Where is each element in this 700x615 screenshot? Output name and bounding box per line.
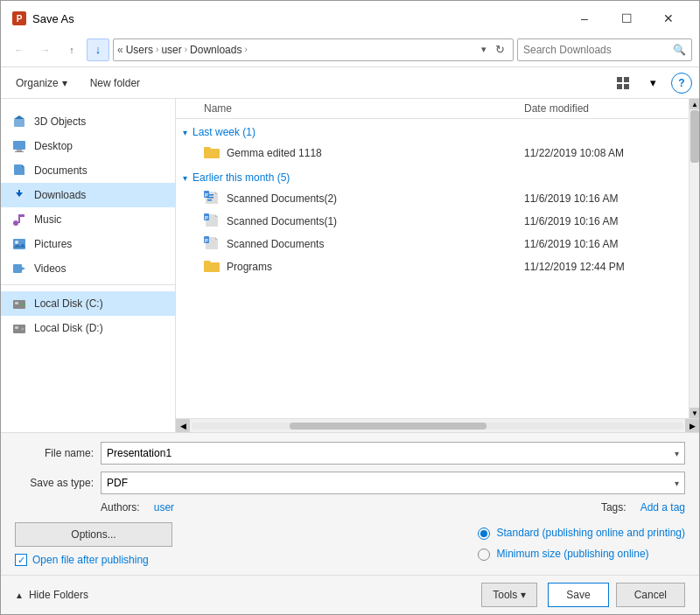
h-scroll-track — [192, 423, 683, 430]
sidebar-item-music[interactable]: Music — [1, 207, 175, 232]
scroll-up-button[interactable]: ▲ — [690, 99, 699, 109]
svg-text:P: P — [205, 238, 208, 243]
action-row: Options... ✓ Open file after publishing … — [15, 522, 685, 566]
vertical-scrollbar[interactable]: ▲ ▼ — [689, 99, 699, 418]
sidebar-item-pictures[interactable]: Pictures — [1, 232, 175, 256]
save-button[interactable]: Save — [548, 583, 608, 607]
search-box[interactable]: 🔍 — [517, 38, 692, 61]
standard-radio-button[interactable] — [478, 528, 490, 540]
svg-rect-23 — [13, 264, 22, 273]
horizontal-scrollbar[interactable]: ◀ ▶ — [176, 418, 699, 432]
current-folder: Downloads — [190, 44, 242, 56]
svg-rect-33 — [215, 194, 218, 204]
svg-rect-10 — [15, 151, 24, 152]
sidebar-item-3d-objects[interactable]: 3D Objects — [1, 109, 175, 134]
options-button[interactable]: Options... — [15, 522, 172, 547]
3d-objects-icon — [11, 114, 27, 129]
svg-rect-9 — [17, 150, 22, 151]
standard-label: Standard (publishing online and printing… — [497, 527, 685, 541]
navigation-bar: ← → ↑ ↓ « Users › user › Downloads › ▾ ↻… — [1, 32, 699, 67]
file-item-scanned2[interactable]: P Scanned Documents(2) 11/6/2019 10:16 A… — [176, 187, 689, 210]
refresh-button[interactable]: ↻ — [490, 40, 509, 59]
open-after-row[interactable]: ✓ Open file after publishing — [15, 554, 446, 566]
sidebar-item-local-c[interactable]: Local Disk (C:) — [1, 291, 175, 316]
downloads-icon: ↓ — [87, 38, 109, 61]
svg-rect-11 — [14, 164, 22, 175]
tools-button[interactable]: Tools ▾ — [481, 583, 537, 607]
scan-icon-0: P — [204, 236, 220, 252]
standard-radio-option[interactable]: Standard (publishing online and printing… — [478, 527, 685, 541]
action-right: Standard (publishing online and printing… — [460, 527, 685, 561]
maximize-button[interactable]: ☐ — [606, 6, 647, 31]
file-list-scroll-area: Name Date modified ▾ Last week (1) — [176, 99, 699, 418]
col-name-header[interactable]: Name — [183, 102, 524, 115]
authors-value[interactable]: user — [154, 501, 174, 514]
file-item-programs[interactable]: Programs 11/12/2019 12:44 PM — [176, 255, 689, 278]
view-toggle-button[interactable] — [612, 72, 634, 94]
h-scroll-left-button[interactable]: ◀ — [176, 419, 190, 433]
navigation-pane: 3D Objects Desktop — [1, 99, 176, 432]
group-earlier-month[interactable]: ▾ Earlier this month (5) — [176, 164, 689, 187]
pictures-icon — [11, 236, 27, 252]
svg-marker-7 — [14, 115, 24, 119]
dialog-footer: ▲ Hide Folders Tools ▾ Save Cancel — [1, 575, 699, 614]
sidebar-item-downloads[interactable]: Downloads — [1, 183, 175, 207]
h-scroll-thumb[interactable] — [290, 423, 486, 430]
bottom-form-area: File name: Presentation1 ▾ Save as type:… — [1, 432, 699, 575]
svg-rect-19 — [18, 214, 24, 217]
search-input[interactable] — [523, 44, 669, 56]
breadcrumb: « Users › user › Downloads › — [117, 44, 478, 56]
scroll-down-button[interactable]: ▼ — [690, 408, 699, 418]
file-list-header: Name Date modified — [176, 99, 689, 119]
local-c-icon — [11, 296, 27, 311]
svg-rect-26 — [15, 302, 18, 304]
file-item-scanned1[interactable]: P Scanned Documents(1) 11/6/2019 10:16 A… — [176, 210, 689, 233]
savetype-dropdown[interactable]: PDF ▾ — [101, 472, 685, 494]
sidebar-item-documents[interactable]: Documents — [1, 158, 175, 183]
filename-label: File name: — [15, 447, 94, 459]
svg-marker-12 — [22, 164, 24, 167]
svg-text:P: P — [205, 192, 208, 198]
forward-button[interactable]: → — [34, 38, 57, 61]
sep3: › — [244, 45, 247, 54]
view-dropdown-button[interactable]: ▾ — [641, 72, 664, 94]
file-item-scanned0[interactable]: P Scanned Documents 11/6/2019 10:16 AM — [176, 233, 689, 255]
h-scroll-right-button[interactable]: ▶ — [685, 419, 699, 433]
help-button[interactable]: ? — [671, 73, 692, 94]
filename-dropdown[interactable]: Presentation1 ▾ — [101, 442, 685, 465]
minimize-button[interactable]: – — [564, 6, 605, 31]
cancel-button[interactable]: Cancel — [616, 583, 685, 607]
savetype-dropdown-arrow: ▾ — [675, 479, 679, 488]
back-button[interactable]: ← — [8, 38, 31, 61]
tags-label: Tags: — [601, 501, 626, 514]
sidebar-item-local-d[interactable]: Local Disk (D:) — [1, 316, 175, 340]
new-folder-button[interactable]: New folder — [82, 73, 148, 93]
open-after-checkbox[interactable]: ✓ — [15, 554, 27, 566]
main-area: 3D Objects Desktop — [1, 99, 699, 432]
scroll-thumb[interactable] — [690, 110, 699, 163]
app-icon: P — [11, 10, 27, 26]
close-button[interactable]: ✕ — [648, 6, 689, 31]
group-last-week[interactable]: ▾ Last week (1) — [176, 119, 689, 142]
minimum-radio-option[interactable]: Minimum size (publishing online) — [478, 548, 685, 562]
minimum-radio-button[interactable] — [478, 549, 490, 561]
svg-rect-36 — [207, 199, 212, 201]
file-item-gemma[interactable]: Gemma edited 1118 11/22/2019 10:08 AM — [176, 142, 689, 164]
svg-marker-40 — [215, 214, 218, 217]
file-list: Name Date modified ▾ Last week (1) — [176, 99, 689, 418]
sidebar-item-videos[interactable]: Videos — [1, 256, 175, 281]
sidebar-item-desktop[interactable]: Desktop — [1, 134, 175, 158]
local-d-icon — [11, 320, 27, 336]
svg-rect-5 — [624, 84, 629, 89]
col-date-header[interactable]: Date modified — [524, 102, 682, 115]
organize-button[interactable]: Organize ▾ — [8, 73, 75, 93]
scan-icon-1: P — [204, 213, 220, 229]
up-button[interactable]: ↑ — [60, 38, 83, 61]
hide-folders-button[interactable]: ▲ Hide Folders — [15, 589, 88, 601]
address-bar[interactable]: « Users › user › Downloads › ▾ ↻ — [113, 38, 514, 61]
svg-rect-2 — [617, 77, 622, 82]
address-dropdown-button[interactable]: ▾ — [481, 44, 486, 55]
toolbar: Organize ▾ New folder ▾ ? — [1, 67, 699, 99]
title-bar: P Save As – ☐ ✕ — [1, 1, 699, 32]
add-tag-link[interactable]: Add a tag — [640, 501, 685, 514]
